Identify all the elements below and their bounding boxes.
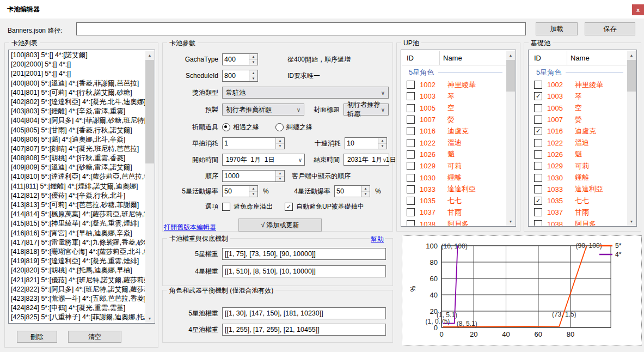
row-checkbox[interactable] <box>407 197 415 205</box>
list-item[interactable]: [200|2000] 5*:[] 4*:[] <box>9 60 145 69</box>
row-checkbox[interactable] <box>407 92 415 100</box>
list-item[interactable]: [412|812] 5*:[優菈] 4*:[辛焱,行秋,北斗] <box>9 191 145 201</box>
row-checkbox[interactable] <box>407 81 415 89</box>
weight5-input[interactable] <box>222 248 386 260</box>
spinner-arrows-icon[interactable]: ▲▼ <box>361 186 370 197</box>
row-checkbox[interactable] <box>534 208 542 216</box>
row-checkbox[interactable] <box>534 116 542 124</box>
row-checkbox[interactable] <box>407 150 415 159</box>
row-checkbox[interactable] <box>534 174 542 182</box>
list-item[interactable]: [400|800] 5*:[溫迪] 4*:[香菱,菲謝爾,芭芭拉] <box>9 79 145 88</box>
list-item[interactable]: [100|803] 5*:[] 4*:[諾艾爾] <box>9 51 145 60</box>
list-item[interactable]: [409|809] 5*:[溫迪] 4*:[砂糖,雷澤,諾艾爾] <box>9 163 145 172</box>
list-item[interactable]: [419|819] 5*:[達達利亞] 4*:[凝光,重雲,煙緋] <box>9 257 145 266</box>
close-button[interactable]: x <box>632 4 644 15</box>
pool-row[interactable]: 1026魈 <box>529 149 627 160</box>
up-pool-scrollbar[interactable]: ▲ ▼ <box>506 51 515 226</box>
pool-row[interactable]: 1037甘雨 <box>402 207 506 218</box>
pool-row[interactable]: 1002神里綾華 <box>402 79 506 90</box>
row-checkbox[interactable] <box>534 162 542 170</box>
list-item[interactable]: [402|802] 5*:[達達利亞] 4*:[凝光,北斗,迪奧娜] <box>9 98 145 107</box>
spinner-arrows-icon[interactable]: ▲▼ <box>249 70 257 81</box>
cover-title-select[interactable]: 初行者推荐祈愿 ∨ <box>344 104 389 116</box>
gachatype-stepper[interactable]: ▲▼ <box>222 53 258 65</box>
order-stepper[interactable]: ▲▼ <box>222 170 285 182</box>
spinner-arrows-icon[interactable]: ▲▼ <box>275 138 284 149</box>
list-item[interactable]: [410|810] 5*:[達達利亞] 4*:[蘿莎莉亞,芭芭拉,菲謝爾] <box>9 172 145 181</box>
row-checkbox[interactable] <box>407 139 415 147</box>
gachatype-input[interactable] <box>224 54 248 64</box>
single-cost-input[interactable] <box>224 138 275 148</box>
pool-row[interactable]: 1029可莉 <box>529 160 627 172</box>
list-item[interactable]: [423|823] 5*:[荒瀧一斗] 4*:[五郎,芭芭拉,香菱] <box>9 294 145 304</box>
pool-row[interactable]: 1016迪盧克 <box>402 125 506 137</box>
scroll-thumb[interactable] <box>627 60 636 92</box>
row-checkbox[interactable] <box>534 220 542 226</box>
spinner-arrows-icon[interactable]: ▲▼ <box>249 54 257 65</box>
row-checkbox[interactable]: ✓ <box>534 92 542 100</box>
row-checkbox[interactable] <box>534 185 542 193</box>
pool-row[interactable]: ✓1035七七 <box>529 195 627 207</box>
list-item[interactable]: [411|811] 5*:[鍾離] 4*:[煙緋,諾艾爾,迪奧娜] <box>9 182 145 191</box>
save-button[interactable]: 保存 <box>585 22 635 35</box>
ten-cost-stepper[interactable]: ▲▼ <box>345 137 387 149</box>
row-checkbox[interactable] <box>534 150 542 159</box>
row-checkbox[interactable]: ✓ <box>534 127 542 135</box>
list-item[interactable]: [425|825] 5*:[八重神子] 4*:[菲謝爾,迪奧娜,托馬] <box>9 313 145 322</box>
spinner-arrows-icon[interactable]: ▲▼ <box>275 171 284 181</box>
start-time-picker[interactable]: 1970年 1月 1日 ∨ <box>222 154 305 166</box>
list-item[interactable]: [403|803] 5*:[鍾離] 4*:[辛焱,雷澤,重雲] <box>9 107 145 116</box>
list-item[interactable]: [413|813] 5*:[可莉] 4*:[芭芭拉,砂糖,菲謝爾] <box>9 201 145 210</box>
scroll-up-icon[interactable]: ▲ <box>145 51 154 59</box>
list-item[interactable]: [420|820] 5*:[胡桃] 4*:[托馬,迪奧娜,早柚] <box>9 266 145 275</box>
pool-list-scrollbar[interactable]: ▲ ▼ <box>145 51 154 323</box>
pool-row[interactable]: 1002神里綾華 <box>529 79 627 90</box>
help-link[interactable]: 幫助 <box>370 235 385 244</box>
row-checkbox[interactable] <box>407 220 415 226</box>
pool-row[interactable]: 1038阿貝多 <box>529 219 627 226</box>
row-checkbox[interactable] <box>534 104 542 112</box>
radio-encounter-fate[interactable] <box>222 123 230 131</box>
rate4-stepper[interactable]: ▲▼ <box>334 185 370 197</box>
avoid-constellation-overflow-checkbox[interactable] <box>222 203 230 211</box>
pool-row[interactable]: 1005空 <box>402 102 506 114</box>
weight4-input[interactable] <box>222 265 386 277</box>
list-item[interactable]: [421|821] 5*:[優菈] 4*:[班尼特,諾艾爾,蘿莎莉亞] <box>9 276 145 285</box>
scroll-up-icon[interactable]: ▲ <box>627 51 636 59</box>
scheduleid-stepper[interactable]: ▲▼ <box>222 70 258 82</box>
list-item[interactable]: [424|824] 5*:[申鶴] 4*:[凝光,重雲,雲堇] <box>9 304 145 313</box>
pool-row[interactable]: 1007熒 <box>402 114 506 125</box>
preset-select[interactable]: 初行者推薦祈願 ∨ <box>222 104 304 116</box>
single-cost-stepper[interactable]: ▲▼ <box>222 137 285 149</box>
pool-row[interactable]: ✓1003琴 <box>529 90 627 102</box>
list-item[interactable]: [401|801] 5*:[可莉] 4*:[行秋,諾艾爾,砂糖] <box>9 88 145 98</box>
clear-button[interactable]: 清空 <box>68 331 121 343</box>
pool-row[interactable]: 1003琴 <box>402 90 506 102</box>
auto-avoid-up-checkbox[interactable]: ✓ <box>285 203 293 211</box>
pool-row[interactable]: 1007熒 <box>529 114 627 125</box>
list-item[interactable]: [415|815] 5*:[神里綾華] 4*:[凝光,重雲,煙緋] <box>9 219 145 228</box>
row-checkbox[interactable] <box>407 162 415 170</box>
pool-row[interactable]: 1005空 <box>529 102 627 114</box>
row-checkbox[interactable] <box>407 174 415 182</box>
pool-listbox[interactable]: [100|803] 5*:[] 4*:[諾艾爾][200|2000] 5*:[]… <box>8 50 155 324</box>
scheduleid-input[interactable] <box>224 71 248 81</box>
pool-row[interactable]: 1038阿貝多 <box>402 219 506 226</box>
pool-row[interactable]: 1033達達利亞 <box>402 184 506 195</box>
rate4-input[interactable] <box>336 186 360 196</box>
row-checkbox[interactable] <box>407 185 415 193</box>
spinner-arrows-icon[interactable]: ▲▼ <box>249 186 257 197</box>
rate5-stepper[interactable]: ▲▼ <box>222 185 258 197</box>
scroll-thumb[interactable] <box>506 60 515 92</box>
pool-weight4-input[interactable] <box>222 324 386 336</box>
pool-row[interactable]: 1030鍾離 <box>529 172 627 183</box>
pool-type-select[interactable]: 常駐池 ∨ <box>222 87 389 99</box>
row-checkbox[interactable] <box>407 104 415 112</box>
list-item[interactable]: [408|808] 5*:[胡桃] 4*:[行秋,重雲,香菱] <box>9 154 145 163</box>
end-time-picker[interactable]: 2031年 1月 1日 ∨ <box>344 154 389 166</box>
list-item[interactable]: [417|817] 5*:[雷電將軍] 4*:[九條裟羅,香菱,砂糖] <box>9 238 145 247</box>
row-checkbox[interactable] <box>407 127 415 135</box>
list-item[interactable]: [201|2001] 5*:[] 4*:[] <box>9 69 145 78</box>
scroll-down-icon[interactable]: ▼ <box>627 217 636 226</box>
pool-row[interactable]: 1029可莉 <box>402 160 506 172</box>
